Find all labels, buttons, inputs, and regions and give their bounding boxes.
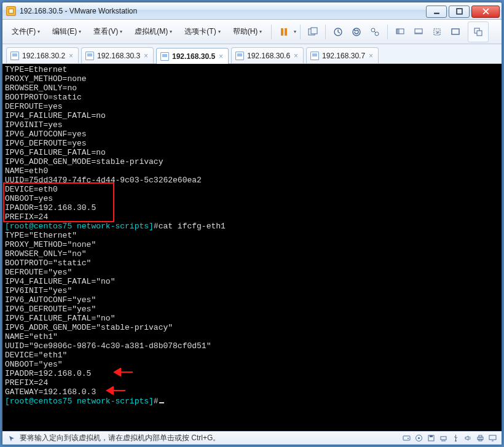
vm-tab-close-icon[interactable]: ×: [369, 52, 373, 60]
vm-tab-icon: [85, 52, 94, 60]
svg-rect-1: [457, 9, 462, 14]
statusbar: 要将输入定向到该虚拟机，请在虚拟机内部单击或按 Ctrl+G。: [2, 431, 502, 445]
sound-card-icon[interactable]: [463, 434, 472, 443]
vm-tab[interactable]: 192.168.30.6×: [231, 47, 304, 63]
terminal-line: IPADDR=192.168.0.5: [5, 369, 499, 378]
svg-rect-0: [434, 13, 439, 14]
app-icon: [6, 6, 16, 16]
terminal-line: IPV6_DEFROUTE="yes": [5, 305, 499, 314]
svg-rect-24: [441, 437, 446, 440]
menu-edit[interactable]: 编辑(E)▾: [47, 23, 87, 40]
terminal-line: IPV4_FAILURE_FATAL="no": [5, 277, 499, 286]
terminal-line: DEFROUTE=yes: [5, 102, 499, 111]
menu-vm[interactable]: 虚拟机(M)▾: [129, 23, 178, 40]
svg-rect-23: [430, 435, 433, 437]
menu-view[interactable]: 查看(V)▾: [88, 23, 128, 40]
svg-rect-3: [285, 28, 287, 36]
terminal-line: PROXY_METHOD=none: [5, 74, 499, 84]
svg-point-21: [418, 437, 420, 439]
send-ctrl-alt-del-button[interactable]: [304, 23, 321, 41]
terminal-line: PREFIX=24: [5, 378, 499, 387]
usb-icon[interactable]: [451, 434, 460, 443]
svg-rect-2: [281, 28, 283, 36]
svg-rect-18: [403, 436, 410, 440]
vm-tab-close-icon[interactable]: ×: [294, 52, 298, 60]
vm-tab-label: 192.168.30.5: [172, 52, 215, 61]
stretch-guest-button[interactable]: [428, 23, 446, 41]
terminal-line: IPV6_ADDR_GEN_MODE="stable-privacy": [5, 323, 499, 332]
menubar: 文件(F)▾ 编辑(E)▾ 查看(V)▾ 虚拟机(M)▾ 选项卡(T)▾ 帮助(…: [2, 20, 502, 44]
vm-tab[interactable]: 192.168.30.5×: [156, 48, 229, 64]
vm-tab-close-icon[interactable]: ×: [219, 53, 223, 60]
vm-console-terminal[interactable]: TYPE=EthernetPROXY_METHOD=noneBROWSER_ON…: [2, 64, 502, 431]
vm-tab[interactable]: 192.168.30.2×: [6, 47, 79, 63]
vm-tab-label: 192.168.30.2: [22, 52, 65, 60]
pause-button[interactable]: [275, 23, 293, 41]
vm-tab-icon: [235, 52, 244, 60]
device-status-icons: [402, 434, 497, 443]
unity-mode-button[interactable]: [470, 23, 487, 41]
terminal-line: IPV6INIT="yes": [5, 286, 499, 295]
revert-snapshot-button[interactable]: [348, 23, 365, 41]
power-dropdown-caret[interactable]: ▾: [294, 29, 296, 34]
view-thumbnails-button[interactable]: [410, 23, 427, 41]
close-button[interactable]: [471, 6, 500, 18]
terminal-line: ONBOOT=yes: [5, 194, 499, 203]
vm-tab-label: 192.168.30.7: [322, 52, 365, 60]
terminal-line: IPV6_DEFROUTE=yes: [5, 139, 499, 148]
cd-dvd-icon[interactable]: [414, 434, 423, 443]
separator: [300, 25, 301, 39]
menu-file[interactable]: 文件(F)▾: [6, 23, 45, 40]
menu-tabs[interactable]: 选项卡(T)▾: [179, 23, 226, 40]
display-message-icon[interactable]: [488, 434, 497, 443]
window-title: 192.168.30.5 - VMware Workstation: [20, 7, 137, 15]
app-window: 192.168.30.5 - VMware Workstation 文件(F)▾…: [2, 2, 502, 445]
minimize-button[interactable]: [426, 6, 447, 18]
menu-help[interactable]: 帮助(H)▾: [227, 23, 268, 40]
statusbar-text: 要将输入定向到该虚拟机，请在虚拟机内部单击或按 Ctrl+G。: [20, 433, 220, 443]
svg-rect-27: [479, 435, 482, 437]
terminal-line: DEVICE="eth1": [5, 351, 499, 360]
printer-icon[interactable]: [476, 434, 484, 443]
vm-tab-close-icon[interactable]: ×: [144, 52, 148, 60]
hard-disk-icon[interactable]: [402, 434, 411, 443]
vm-tab-label: 192.168.30.3: [97, 52, 140, 60]
terminal-line: IPV4_FAILURE_FATAL=no: [5, 111, 499, 120]
network-adapter-icon[interactable]: [439, 434, 447, 443]
vm-tab[interactable]: 192.168.30.7×: [306, 47, 379, 63]
unity-mode-group: [468, 21, 489, 42]
vm-tab-icon: [310, 52, 319, 60]
separator: [325, 25, 326, 39]
svg-point-7: [353, 28, 360, 36]
terminal-line: GATEWAY=192.168.0.3: [5, 387, 499, 397]
terminal-line: IPV6_AUTOCONF=yes: [5, 130, 499, 139]
fullscreen-button[interactable]: [447, 23, 464, 41]
snapshot-button[interactable]: [329, 23, 347, 41]
terminal-line: BOOTPROTO=static: [5, 93, 499, 102]
terminal-line: IPV6INIT=yes: [5, 120, 499, 130]
terminal-line: ONBOOT="yes": [5, 360, 499, 369]
separator: [271, 25, 272, 39]
terminal-line: DEVICE=eth0: [5, 185, 499, 194]
terminal-line: PREFIX=24: [5, 212, 499, 222]
separator: [387, 25, 388, 39]
terminal-line: IPV6_ADDR_GEN_MODE=stable-privacy: [5, 157, 499, 166]
terminal-line: [root@centos75 network-scripts]#cat ifcf…: [5, 222, 499, 231]
svg-point-25: [455, 440, 457, 442]
terminal-line: UUID=75dd3479-74fc-4d44-9c03-5c3262e60ea…: [5, 176, 499, 185]
svg-rect-17: [477, 31, 482, 36]
manage-snapshot-button[interactable]: [366, 23, 384, 41]
vm-tab-close-icon[interactable]: ×: [69, 52, 73, 60]
terminal-line: IPV6_FAILURE_FATAL=no: [5, 148, 499, 157]
terminal-line: IPV6_AUTOCONF="yes": [5, 295, 499, 305]
vm-tabstrip: 192.168.30.2×192.168.30.3×192.168.30.5×1…: [2, 44, 502, 64]
terminal-line: DEFROUTE="yes": [5, 268, 499, 277]
terminal-line: IPV6_FAILURE_FATAL="no": [5, 314, 499, 323]
terminal-line: BROWSER_ONLY=no: [5, 84, 499, 93]
vm-tab[interactable]: 192.168.30.3×: [81, 47, 154, 63]
titlebar: 192.168.30.5 - VMware Workstation: [2, 2, 502, 20]
terminal-line: UUID="9ce9806c-9876-4c30-a381-d8b078cf0d…: [5, 341, 499, 351]
floppy-icon[interactable]: [427, 434, 435, 443]
view-console-button[interactable]: [392, 23, 409, 41]
maximize-button[interactable]: [449, 6, 470, 18]
